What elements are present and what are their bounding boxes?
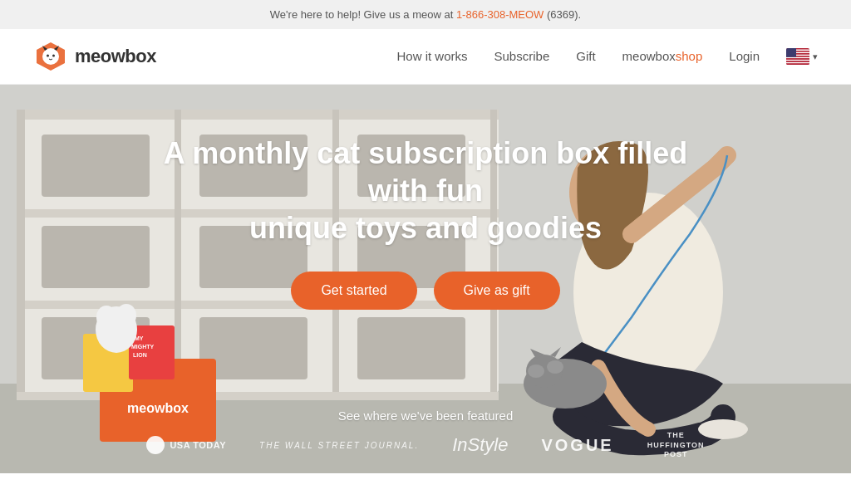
announcement-bar: We're here to help! Give us a meow at 1-… (0, 0, 851, 29)
logo-link[interactable]: meowbox (33, 41, 156, 72)
nav-item-subscribe[interactable]: Subscribe (494, 49, 550, 64)
svg-point-4 (47, 55, 49, 57)
usa-today-circle (146, 436, 165, 454)
hero-buttons: Get started Give as gift (291, 272, 559, 310)
nav-item-shop[interactable]: meowboxshop (622, 49, 703, 64)
announcement-text: We're here to help! Give us a meow at (270, 8, 456, 21)
svg-point-50 (547, 360, 563, 374)
hero-content: A monthly cat subscription box filled wi… (0, 85, 851, 310)
nav-item-how-it-works[interactable]: How it works (397, 49, 468, 64)
svg-point-5 (52, 55, 55, 57)
svg-rect-18 (786, 63, 809, 65)
shop-prefix: meowbox (622, 49, 676, 63)
huffpost-logo: THEHUFFINGTONPOST (647, 431, 705, 460)
announcement-suffix: (6369). (544, 8, 581, 21)
press-logos: USA TODAY THE WALL STREET JOURNAL. InSty… (146, 431, 704, 460)
svg-rect-19 (786, 48, 796, 57)
chevron-down-icon: ▾ (813, 51, 818, 62)
huffpost-text: THEHUFFINGTONPOST (647, 431, 705, 460)
svg-text:LION: LION (133, 352, 147, 358)
usa-today-text: USA TODAY (170, 440, 226, 450)
navbar: meowbox How it works Subscribe Gift meow… (0, 29, 851, 85)
phone-link[interactable]: 1-866-308-MEOW (456, 8, 544, 21)
usa-today-logo: USA TODAY (146, 436, 226, 454)
vogue-logo: VOGUE (541, 436, 613, 455)
logo-text: meowbox (75, 46, 156, 67)
svg-point-49 (528, 365, 544, 378)
hero-title: A monthly cat subscription box filled wi… (135, 135, 716, 247)
svg-rect-27 (17, 392, 499, 400)
featured-label: See where we've been featured (338, 409, 514, 423)
shop-suffix: shop (676, 49, 703, 63)
svg-rect-13 (786, 57, 809, 59)
instyle-logo: InStyle (452, 434, 508, 456)
get-started-button[interactable]: Get started (291, 272, 416, 310)
nav-item-login[interactable]: Login (729, 49, 760, 64)
hero-section: meowbox MY MIGHTY LION A monthly cat sub… (0, 85, 851, 473)
logo-icon (33, 41, 68, 72)
vogue-text: VOGUE (541, 436, 613, 455)
svg-rect-15 (786, 60, 809, 61)
wsj-logo: THE WALL STREET JOURNAL. (259, 441, 419, 450)
svg-text:MIGHTY: MIGHTY (131, 344, 155, 350)
nav-links: How it works Subscribe Gift meowboxshop … (397, 49, 760, 64)
wsj-text: THE WALL STREET JOURNAL. (259, 441, 419, 450)
svg-rect-40 (357, 317, 465, 379)
give-as-gift-button[interactable]: Give as gift (434, 272, 560, 310)
flag-icon (786, 48, 809, 65)
featured-section: See where we've been featured USA TODAY … (0, 409, 851, 473)
instyle-text: InStyle (452, 434, 508, 456)
svg-rect-14 (786, 58, 809, 60)
svg-rect-17 (786, 62, 809, 64)
nav-item-gift[interactable]: Gift (576, 49, 595, 64)
svg-rect-16 (786, 61, 809, 62)
language-selector[interactable]: ▾ (786, 48, 818, 65)
